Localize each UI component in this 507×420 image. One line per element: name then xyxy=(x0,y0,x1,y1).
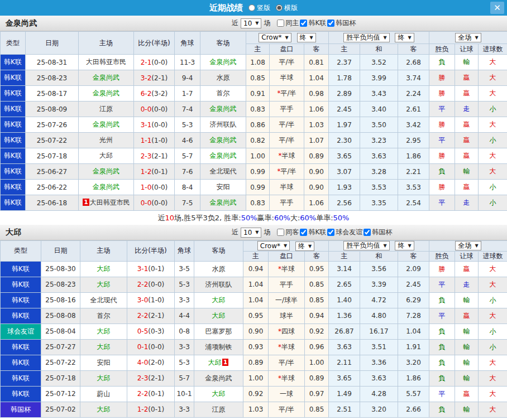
team-name: 水原 xyxy=(217,74,230,81)
checkbox[interactable] xyxy=(277,229,284,236)
checkbox[interactable] xyxy=(300,229,307,236)
cell-league: 韩K联 xyxy=(1,117,26,133)
fullmatch-select[interactable]: 全场▼ xyxy=(455,241,481,250)
cell-odds-home: 0.95 xyxy=(243,308,269,324)
halftime-score: (0-0) xyxy=(148,281,164,288)
fullmatch-select[interactable]: 全场▼ xyxy=(455,33,481,42)
cell-odds-home: 0.93 xyxy=(243,339,269,355)
cell-date: 25-06-18 xyxy=(26,195,79,211)
filter-checkbox-韩国杯[interactable]: 韩国杯 xyxy=(363,228,392,237)
cell-home-team: 江原 xyxy=(79,102,134,117)
titlebar: 近期战绩 竖版 横版 ✕ xyxy=(0,0,507,16)
filter-checkbox-球会友谊[interactable]: 球会友谊 xyxy=(327,228,362,237)
cell-away-team: 全北现代 xyxy=(200,164,246,180)
team-name: 济州联队 xyxy=(205,281,232,288)
matches-table-team1: 类型 日期 主场 比分(半场) 角球 客场 Crow*▼ 终▼ 胜平负均值▼ 终… xyxy=(0,31,507,211)
cell-handicap-result: 贏 xyxy=(455,133,479,148)
col-header-avg-draw: 和 xyxy=(360,44,398,55)
cell-goals-result: 小 xyxy=(479,102,507,117)
halftime-score: (1-0) xyxy=(148,296,164,304)
cell-goals-result: 大 xyxy=(479,70,507,86)
filter-checkbox-韩K联[interactable]: 韩K联 xyxy=(300,228,326,237)
recent-count-select[interactable]: 10 ▼ xyxy=(241,228,261,238)
summary-segment: 赢率: xyxy=(257,213,274,223)
checkbox[interactable] xyxy=(277,20,284,27)
cell-odds-away: 1.03 xyxy=(304,117,329,133)
halftime-score: (2-1) xyxy=(151,74,168,82)
vertical-layout-radio[interactable] xyxy=(248,4,255,11)
live-star-marker: * xyxy=(278,265,281,273)
horizontal-layout-radio[interactable] xyxy=(276,4,283,11)
cell-handicap-result: 輸 xyxy=(455,55,479,70)
cell-handicap-line: 平手 xyxy=(270,102,304,117)
cell-away-team: 金泉尚武 xyxy=(200,133,246,148)
checkbox[interactable] xyxy=(300,20,307,27)
layout-vertical-option[interactable]: 竖版 xyxy=(248,3,270,13)
cell-result: 勝 xyxy=(429,86,455,102)
team-name: 大邱 xyxy=(212,312,226,320)
cell-handicap-line: 半球 xyxy=(270,70,304,86)
odds-stage-select[interactable]: 终▼ xyxy=(297,33,316,42)
cell-league: 韩K联 xyxy=(1,261,41,277)
summary-segment: 60% xyxy=(274,214,290,222)
team-name: 安阳 xyxy=(97,359,111,366)
team-name: 金泉尚武 xyxy=(210,152,237,160)
cell-score: 3-1(0-1) xyxy=(127,261,175,277)
checkbox[interactable] xyxy=(327,229,334,236)
live-star-marker: * xyxy=(278,327,281,335)
filter-checkbox-同主[interactable]: 同主 xyxy=(277,18,299,28)
filter-checkbox-韩国杯[interactable]: 韩国杯 xyxy=(327,18,356,28)
average-stage-select[interactable]: 终▼ xyxy=(395,241,414,250)
bookmaker-select[interactable]: Crow*▼ xyxy=(257,241,290,250)
odds-stage-select[interactable]: 终▼ xyxy=(295,242,314,251)
cell-corners: 5-7 xyxy=(175,370,194,386)
cell-home-team: 大邱 xyxy=(79,148,134,164)
average-stage-select[interactable]: 终▼ xyxy=(395,33,414,42)
halftime-score: (0-1) xyxy=(148,405,164,413)
team-name: 首尔 xyxy=(97,312,111,320)
cell-date: 25-07-27 xyxy=(41,339,80,355)
recent-count-select[interactable]: 10 ▼ xyxy=(241,18,261,28)
match-marker-badge: 1 xyxy=(222,359,229,366)
cell-corners: 3-5 xyxy=(175,261,194,277)
cell-score: 2-2(0-0) xyxy=(127,277,175,292)
cell-date: 25-08-31 xyxy=(26,55,79,70)
team-name: 大邱 xyxy=(6,228,21,238)
col-header-avg-away: 客 xyxy=(398,44,429,55)
cell-league: 韩K联 xyxy=(1,292,41,308)
cell-handicap-result: 贏 xyxy=(455,180,479,195)
cell-goals-result: 大 xyxy=(479,164,507,180)
cell-avg-home: 1.36 xyxy=(329,308,360,324)
halftime-score: (0-1) xyxy=(148,390,164,398)
col-header-avg-home: 主 xyxy=(329,44,360,55)
cell-avg-home: 1.49 xyxy=(329,386,360,402)
cell-odds-home: 0.94 xyxy=(243,261,269,277)
checkbox[interactable] xyxy=(327,20,334,27)
checkbox[interactable] xyxy=(363,229,371,236)
layout-horizontal-option[interactable]: 横版 xyxy=(276,3,298,13)
cell-handicap-line: 一/球半 xyxy=(269,292,305,308)
fulltime-score: 3-0 xyxy=(137,296,149,304)
col-header-odds-away: 客 xyxy=(304,44,329,55)
average-select[interactable]: 胜平负均值▼ xyxy=(343,241,389,250)
cell-away-team: 大邱 xyxy=(194,308,243,324)
bookmaker-select[interactable]: Crow*▼ xyxy=(259,33,291,42)
filter-checkbox-韩K联[interactable]: 韩K联 xyxy=(300,18,326,28)
team-name: 金泉尚武 xyxy=(93,183,119,191)
team-name: 江原 xyxy=(212,405,226,413)
chevron-down-icon: ▼ xyxy=(475,243,478,248)
cell-away-team: 大邱 xyxy=(194,386,243,402)
cell-league: 球会友谊 xyxy=(1,324,41,339)
halftime-score: (0-0) xyxy=(151,184,168,191)
filter-checkbox-同客[interactable]: 同客 xyxy=(277,228,299,237)
cell-league: 韩K联 xyxy=(1,133,26,148)
halftime-score: (0-0) xyxy=(151,121,168,129)
cell-handicap-result: 輸 xyxy=(455,355,479,370)
average-select[interactable]: 胜平负均值▼ xyxy=(343,33,389,42)
cell-score: 3-0(1-0) xyxy=(127,292,175,308)
cell-avg-home: 2.11 xyxy=(329,355,360,370)
cell-result: 負 xyxy=(429,355,455,370)
close-button[interactable]: ✕ xyxy=(490,2,504,14)
cell-league: 韩K联 xyxy=(1,339,41,355)
table-row: 韩K联25-08-16全北现代3-0(1-0)3-3大邱1.04一/球半0.85… xyxy=(1,292,507,308)
